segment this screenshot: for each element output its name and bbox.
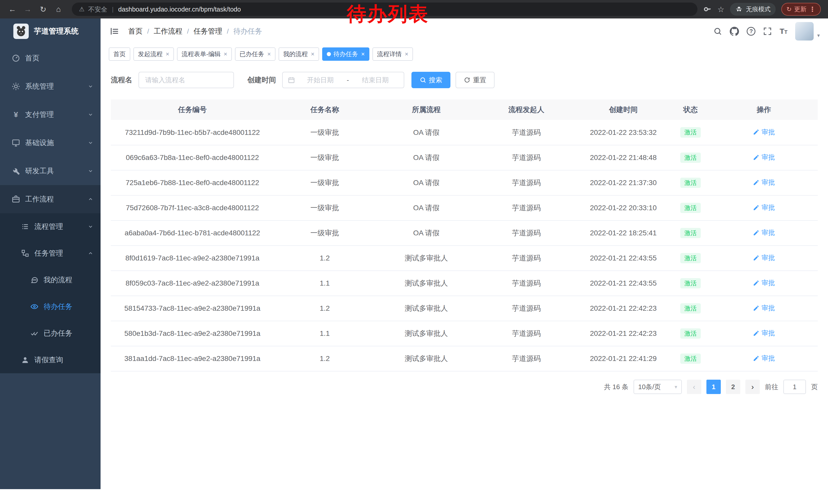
- cell-task-id: 58154733-7ac8-11ec-a9e2-a2380e71991a: [111, 296, 274, 321]
- cell-task-id: 725a1eb6-7b88-11ec-8ef0-acde48001122: [111, 170, 274, 195]
- tab-my-process[interactable]: 我的流程×: [279, 47, 319, 61]
- date-range-picker[interactable]: 开始日期 - 结束日期: [282, 72, 404, 88]
- cell-action: 审批: [710, 296, 818, 321]
- approve-link[interactable]: 审批: [753, 329, 775, 338]
- approve-link[interactable]: 审批: [753, 253, 775, 262]
- sidebar-item-done-tasks[interactable]: 已办任务: [0, 320, 100, 347]
- home-icon[interactable]: ⌂: [51, 2, 66, 16]
- chevron-up-icon: [88, 196, 93, 202]
- sidebar-item-process-mgmt[interactable]: 流程管理: [0, 213, 100, 240]
- cell-starter: 芋道源码: [477, 170, 576, 195]
- cell-task-name: 1.2: [274, 245, 376, 271]
- breadcrumb-home[interactable]: 首页: [128, 27, 142, 36]
- process-name-input[interactable]: [138, 72, 234, 88]
- active-dot-icon: [327, 52, 331, 56]
- cell-status: 激活: [671, 245, 710, 271]
- reset-button[interactable]: 重置: [456, 72, 495, 88]
- bookmark-star-icon[interactable]: ☆: [717, 5, 724, 14]
- fullscreen-icon[interactable]: [763, 27, 772, 36]
- sidebar-item-devtools[interactable]: 研发工具: [0, 157, 100, 185]
- close-icon[interactable]: ×: [166, 50, 169, 58]
- table-row: 75d72608-7b7f-11ec-a3c8-acde48001122 一级审…: [111, 195, 818, 221]
- github-icon[interactable]: [730, 27, 739, 36]
- cell-task-name: 一级审批: [274, 120, 376, 145]
- password-key-icon[interactable]: [704, 5, 712, 13]
- breadcrumb-workflow[interactable]: 工作流程: [154, 27, 182, 36]
- approve-link[interactable]: 审批: [753, 304, 775, 313]
- sidebar-item-leave-query[interactable]: 请假查询: [0, 347, 100, 373]
- approve-link[interactable]: 审批: [753, 354, 775, 363]
- page-size-select[interactable]: 10条/页 ▾: [633, 380, 682, 394]
- col-status: 状态: [671, 99, 710, 120]
- sidebar-item-task-mgmt[interactable]: 任务管理: [0, 240, 100, 267]
- approve-link[interactable]: 审批: [753, 178, 775, 187]
- sidebar-item-workflow[interactable]: 工作流程: [0, 185, 100, 213]
- approve-link[interactable]: 审批: [753, 128, 775, 137]
- approve-link[interactable]: 审批: [753, 153, 775, 162]
- cell-process: 测试多审批人: [376, 245, 477, 271]
- goto-unit-label: 页: [811, 382, 818, 392]
- tab-process-detail[interactable]: 流程详情×: [372, 47, 413, 61]
- approve-link[interactable]: 审批: [753, 228, 775, 237]
- cell-action: 审批: [710, 271, 818, 296]
- page-button-2[interactable]: 2: [726, 380, 740, 394]
- approve-label: 审批: [761, 278, 775, 287]
- next-page-button[interactable]: ›: [745, 380, 760, 394]
- goto-page-input[interactable]: [783, 380, 806, 394]
- table-row: 58154733-7ac8-11ec-a9e2-a2380e71991a 1.2…: [111, 296, 818, 321]
- tab-todo-tasks[interactable]: 待办任务×: [322, 47, 369, 61]
- approve-link[interactable]: 审批: [753, 278, 775, 287]
- status-badge: 激活: [680, 278, 701, 289]
- sidebar-collapse-icon[interactable]: [109, 26, 120, 37]
- top-navbar: 首页 / 工作流程 / 任务管理 / 待办任务 ? TT ▾: [100, 18, 828, 44]
- sidebar-logo[interactable]: 芋道管理系统: [0, 18, 100, 44]
- incognito-label: 无痕模式: [746, 5, 771, 13]
- page-button-1[interactable]: 1: [706, 380, 721, 394]
- search-icon[interactable]: [713, 27, 722, 36]
- close-icon[interactable]: ×: [224, 50, 227, 58]
- chat-icon: [30, 275, 39, 284]
- avatar[interactable]: [795, 22, 814, 41]
- cell-action: 审批: [710, 170, 818, 195]
- sidebar-item-label: 已办任务: [44, 328, 93, 338]
- close-icon[interactable]: ×: [361, 50, 365, 58]
- breadcrumb-task-mgmt[interactable]: 任务管理: [194, 27, 222, 36]
- avatar-caret-icon[interactable]: ▾: [817, 32, 820, 39]
- close-icon[interactable]: ×: [311, 50, 315, 58]
- tab-process-form-edit[interactable]: 流程表单-编辑×: [177, 47, 232, 61]
- font-size-icon[interactable]: TT: [780, 27, 787, 36]
- tab-start-process[interactable]: 发起流程×: [133, 47, 174, 61]
- browser-update-button[interactable]: ↻ 更新 ⋮: [781, 3, 821, 16]
- tags-view-bar: 首页 发起流程× 流程表单-编辑× 已办任务× 我的流程× 待办任务× 流程详情…: [100, 44, 828, 61]
- prev-page-button[interactable]: ‹: [687, 380, 701, 394]
- chevron-down-icon: [88, 84, 93, 89]
- help-icon[interactable]: ?: [747, 27, 755, 36]
- sidebar-item-label: 待办任务: [44, 302, 93, 312]
- forward-icon[interactable]: →: [20, 2, 35, 16]
- col-task-id: 任务编号: [111, 99, 274, 120]
- sidebar-item-payment[interactable]: ¥ 支付管理: [0, 100, 100, 129]
- browser-menu-icon[interactable]: ⋮: [809, 5, 816, 13]
- sidebar-item-infra[interactable]: 基础设施: [0, 129, 100, 157]
- cell-task-id: 069c6a63-7b8a-11ec-8ef0-acde48001122: [111, 145, 274, 170]
- table-row: 73211d9d-7b9b-11ec-b5b7-acde48001122 一级审…: [111, 120, 818, 145]
- back-icon[interactable]: ←: [5, 2, 19, 16]
- sidebar-item-my-process[interactable]: 我的流程: [0, 267, 100, 293]
- close-icon[interactable]: ×: [405, 50, 408, 58]
- reload-icon[interactable]: ↻: [36, 2, 50, 16]
- search-button[interactable]: 搜索: [411, 72, 450, 88]
- close-icon[interactable]: ×: [267, 50, 271, 58]
- dashboard-icon: [11, 54, 20, 63]
- tab-label: 待办任务: [333, 50, 358, 58]
- approve-link[interactable]: 审批: [753, 203, 775, 212]
- sidebar-item-todo-tasks[interactable]: 待办任务: [0, 293, 100, 320]
- breadcrumb-separator: /: [147, 28, 149, 35]
- cell-starter: 芋道源码: [477, 120, 576, 145]
- briefcase-icon: [11, 194, 20, 204]
- sidebar-item-system[interactable]: 系统管理: [0, 72, 100, 100]
- tab-home[interactable]: 首页: [109, 47, 130, 61]
- incognito-badge: 无痕模式: [730, 3, 776, 16]
- tab-done-tasks[interactable]: 已办任务×: [235, 47, 276, 61]
- status-badge: 激活: [680, 228, 701, 238]
- sidebar-item-home[interactable]: 首页: [0, 44, 100, 72]
